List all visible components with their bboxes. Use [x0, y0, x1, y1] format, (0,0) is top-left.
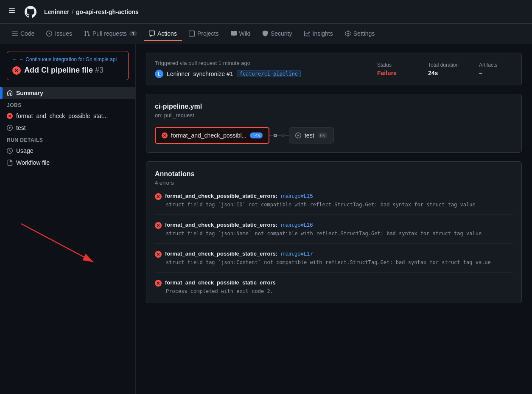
workflow-title: Add CI pipeline file #3 [12, 66, 123, 75]
ann1-msg: struct field tag `json:ID` not compatibl… [155, 202, 513, 208]
sidebar-job-1[interactable]: format_and_check_possible_stat... [0, 110, 135, 122]
annotation-item-4: format_and_check_possible_static_errors … [155, 279, 513, 294]
pr-badge: 1 [129, 31, 137, 36]
ann1-file[interactable]: main.go#L15 [281, 193, 313, 199]
status-value: Failure [377, 70, 411, 76]
annotations-count: 4 errors [155, 180, 513, 186]
back-link[interactable]: ← ← Continuous Integration for Go simple… [12, 56, 123, 62]
nav-pull-requests[interactable]: Pull requests 1 [79, 27, 142, 41]
sidebar-summary[interactable]: Summary [0, 87, 135, 99]
annotations-section: Annotations 4 errors format_and_check_po… [146, 161, 522, 303]
failed-icon [12, 66, 21, 75]
breadcrumb-repo[interactable]: go-api-rest-gh-actions [76, 8, 139, 15]
annotation-item-2: format_and_check_possible_static_errors:… [155, 222, 513, 244]
job-failed-icon [162, 132, 168, 138]
artifacts-label: Artifacts [479, 62, 513, 68]
ann4-msg: Process completed with exit code 2. [155, 288, 513, 294]
ann4-job: format_and_check_possible_static_errors [165, 279, 276, 286]
ann1-job: format_and_check_possible_static_errors: [165, 193, 277, 199]
job-connector [269, 134, 289, 137]
annotation-item-1: format_and_check_possible_static_errors:… [155, 193, 513, 215]
job-node-format[interactable]: format_and_check_possibl... 14s [155, 127, 269, 144]
ann2-error-icon [155, 222, 162, 229]
annotation-1-header: format_and_check_possible_static_errors:… [155, 193, 513, 200]
nav-actions[interactable]: Actions [144, 27, 182, 41]
job1-failed-icon [7, 113, 13, 119]
workflow-trigger: on: pull_request [155, 112, 513, 118]
trigger-card: Triggered via pull request 1 minute ago … [146, 53, 522, 85]
ann3-msg: struct field tag `json:Content` not comp… [155, 259, 513, 265]
nav-issues[interactable]: Issues [41, 27, 77, 41]
sidebar-workflow-file[interactable]: Workflow file [0, 157, 135, 169]
jobs-section-label: Jobs [0, 99, 135, 110]
job-format-time: 14s [250, 132, 263, 138]
branch-tag: feature/ci-pipeline [237, 70, 301, 77]
ann2-msg: struct field tag `json:Name` not compati… [155, 231, 513, 236]
status-label: Status [377, 62, 411, 68]
svg-line-1 [21, 224, 93, 262]
job1-label: format_and_check_possible_stat... [16, 113, 108, 119]
trigger-commit: L Leninner synchronize #1 feature/ci-pip… [155, 70, 360, 78]
trigger-info: Triggered via pull request 1 minute ago … [155, 60, 360, 78]
duration-label: Total duration [428, 62, 462, 68]
workflow-file-label: Workflow file [16, 159, 50, 166]
duration-block: Total duration 24s [428, 62, 462, 76]
artifacts-value: – [479, 70, 513, 76]
breadcrumb-user[interactable]: Leninner [44, 8, 69, 15]
ann3-error-icon [155, 251, 162, 258]
artifacts-block: Artifacts – [479, 62, 513, 76]
repo-nav: Code Issues Pull requests 1 Actions Proj… [0, 24, 532, 44]
red-arrow-svg [8, 220, 102, 270]
sidebar-job-2[interactable]: test [0, 122, 135, 134]
breadcrumb-sep: / [72, 8, 73, 15]
annotation-item-3: format_and_check_possible_static_errors:… [155, 250, 513, 273]
workflow-header[interactable]: ← ← Continuous Integration for Go simple… [7, 51, 129, 80]
workflow-card: ci-pipeline.yml on: pull_request format_… [146, 94, 522, 153]
duration-value: 24s [428, 70, 462, 76]
job-node-test[interactable]: test 0s [289, 127, 334, 144]
avatar: L [155, 70, 163, 78]
trigger-text: Triggered via pull request 1 minute ago [155, 60, 360, 66]
ann1-error-icon [155, 193, 162, 200]
main-layout: ← ← Continuous Integration for Go simple… [0, 44, 532, 394]
status-block: Status Failure [377, 62, 411, 76]
usage-label: Usage [16, 147, 33, 154]
sidebar: ← ← Continuous Integration for Go simple… [0, 44, 136, 394]
run-details-label: Run details [0, 134, 135, 145]
ann3-job: format_and_check_possible_static_errors: [165, 250, 277, 257]
home-icon [7, 90, 13, 96]
trigger-commit-text: synchronize #1 [193, 70, 233, 77]
nav-code[interactable]: Code [7, 27, 39, 41]
job-format-label: format_and_check_possibl... [171, 132, 246, 139]
job-test-time: 0s [318, 132, 328, 138]
nav-settings[interactable]: Settings [340, 27, 380, 41]
nav-insights[interactable]: Insights [299, 27, 338, 41]
workflow-run-title: Add CI pipeline file #3 [24, 66, 104, 75]
annotation-4-header: format_and_check_possible_static_errors [155, 279, 513, 287]
sidebar-usage[interactable]: Usage [0, 145, 135, 157]
annotation-3-header: format_and_check_possible_static_errors:… [155, 250, 513, 258]
workflow-filename: ci-pipeline.yml [155, 103, 513, 110]
github-logo [24, 5, 37, 19]
jobs-diagram: format_and_check_possibl... 14s te [155, 127, 513, 144]
nav-security[interactable]: Security [257, 27, 297, 41]
job2-label: test [16, 124, 26, 131]
ann4-error-icon [155, 280, 162, 287]
job-skipped-icon [295, 132, 301, 138]
annotation-arrow [0, 220, 135, 272]
main-content: Triggered via pull request 1 minute ago … [136, 44, 532, 394]
breadcrumb: Leninner / go-api-rest-gh-actions [44, 8, 139, 15]
nav-wiki[interactable]: Wiki [226, 27, 255, 41]
hamburger-button[interactable] [7, 6, 17, 18]
ann3-file[interactable]: main.go#L17 [281, 250, 313, 257]
nav-projects[interactable]: Projects [184, 27, 224, 41]
topbar: Leninner / go-api-rest-gh-actions [0, 0, 532, 24]
annotation-2-header: format_and_check_possible_static_errors:… [155, 222, 513, 229]
summary-label: Summary [16, 90, 43, 96]
trigger-user: Leninner [167, 70, 190, 77]
job-test-label: test [305, 132, 314, 139]
ann2-job: format_and_check_possible_static_errors: [165, 222, 277, 228]
ann2-file[interactable]: main.go#L16 [281, 222, 313, 228]
clock-icon [7, 148, 13, 154]
job2-skipped-icon [7, 125, 13, 131]
